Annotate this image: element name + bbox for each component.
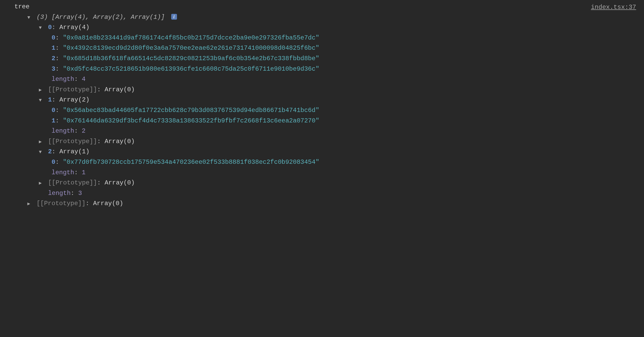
log-label-row: tree	[14, 2, 636, 12]
array-header-row[interactable]: ▼ 2: Array(1)	[14, 147, 636, 157]
console-log-entry: index.tsx:37 tree ▼ (3) [Array(4), Array…	[0, 2, 644, 209]
disclosure-triangle-right-icon[interactable]: ▶	[26, 200, 32, 208]
array-index: 2	[48, 148, 52, 155]
prototype-value: Array(0)	[93, 200, 123, 207]
info-icon[interactable]: i	[171, 14, 177, 20]
prototype-row[interactable]: ▶ [[Prototype]]: Array(0)	[14, 198, 636, 209]
item-index: 0	[52, 107, 55, 114]
item-value: "0x77d0fb730728ccb175759e534a470236ee02f…	[63, 159, 319, 166]
array-index: 0	[48, 24, 52, 31]
length-value: 1	[82, 169, 85, 176]
array-header-row[interactable]: ▼ 1: Array(2)	[14, 95, 636, 105]
source-link[interactable]: index.tsx:37	[591, 2, 636, 13]
prototype-value: Array(0)	[104, 179, 135, 186]
disclosure-triangle-down-icon[interactable]: ▼	[37, 24, 43, 32]
item-value: "0x56abec83bad44605fa17722cbb628c79b3d08…	[63, 107, 319, 114]
array-type: Array(4)	[59, 24, 90, 31]
disclosure-triangle-right-icon[interactable]: ▶	[37, 179, 43, 187]
prototype-key: [[Prototype]]	[36, 200, 85, 207]
array-item-row: 0: "0x0a81e8b233441d9af786174c4f85bc0b21…	[14, 33, 636, 43]
length-row: length: 3	[14, 188, 636, 199]
item-value: "0x4392c8139ecd9d2d80f0e3a6a7570ee2eae62…	[63, 44, 319, 52]
console-label: tree	[14, 3, 30, 10]
item-index: 1	[52, 44, 55, 52]
length-key: length	[52, 76, 74, 83]
disclosure-triangle-right-icon[interactable]: ▶	[37, 138, 43, 146]
array-item-row: 0: "0x56abec83bad44605fa17722cbb628c79b3…	[14, 105, 636, 116]
length-key: length	[52, 127, 74, 134]
prototype-key: [[Prototype]]	[48, 179, 97, 186]
array-item-row: 3: "0xd5fc48cc37c5218651b980e613936cfe1c…	[14, 64, 636, 74]
item-value: "0x761446da6329df3bcf4d4c73338a138633522…	[63, 117, 319, 124]
prototype-value: Array(0)	[104, 86, 135, 93]
length-row: length: 2	[14, 126, 636, 136]
length-key: length	[48, 190, 70, 197]
disclosure-triangle-down-icon[interactable]: ▼	[37, 148, 43, 156]
item-index: 1	[52, 117, 55, 124]
item-index: 3	[52, 65, 55, 72]
object-summary: (3) [Array(4), Array(2), Array(1)]	[36, 14, 165, 21]
array-item-row: 1: "0x761446da6329df3bcf4d4c73338a138633…	[14, 116, 636, 126]
array-item-row: 0: "0x77d0fb730728ccb175759e534a470236ee…	[14, 157, 636, 167]
length-value: 2	[82, 127, 85, 134]
item-index: 0	[52, 34, 55, 41]
disclosure-triangle-right-icon[interactable]: ▶	[37, 86, 43, 94]
prototype-row[interactable]: ▶ [[Prototype]]: Array(0)	[14, 136, 636, 147]
prototype-value: Array(0)	[104, 138, 135, 145]
array-header-row[interactable]: ▼ 0: Array(4)	[14, 22, 636, 33]
item-index: 0	[52, 159, 55, 166]
length-value: 3	[78, 190, 82, 197]
array-index: 1	[48, 96, 52, 103]
array-type: Array(2)	[59, 96, 90, 103]
array-item-row: 1: "0x4392c8139ecd9d2d80f0e3a6a7570ee2ea…	[14, 43, 636, 53]
length-row: length: 1	[14, 167, 636, 178]
length-row: length: 4	[14, 74, 636, 85]
disclosure-triangle-down-icon[interactable]: ▼	[37, 97, 43, 104]
item-value: "0x0a81e8b233441d9af786174c4f85bc0b2175d…	[63, 34, 319, 41]
item-index: 2	[52, 55, 55, 62]
length-key: length	[52, 169, 74, 176]
object-summary-row[interactable]: ▼ (3) [Array(4), Array(2), Array(1)] i	[14, 12, 636, 23]
prototype-row[interactable]: ▶ [[Prototype]]: Array(0)	[14, 85, 636, 95]
array-item-row: 2: "0x685d18b36f618fa66514c5dc82829c0821…	[14, 53, 636, 64]
item-value: "0xd5fc48cc37c5218651b980e613936cfe1c660…	[63, 65, 319, 72]
length-value: 4	[82, 76, 85, 83]
item-value: "0x685d18b36f618fa66514c5dc82829c0821253…	[63, 55, 319, 62]
prototype-key: [[Prototype]]	[48, 86, 97, 93]
array-type: Array(1)	[59, 148, 90, 155]
disclosure-triangle-down-icon[interactable]: ▼	[26, 14, 32, 22]
prototype-row[interactable]: ▶ [[Prototype]]: Array(0)	[14, 178, 636, 188]
prototype-key: [[Prototype]]	[48, 138, 97, 145]
